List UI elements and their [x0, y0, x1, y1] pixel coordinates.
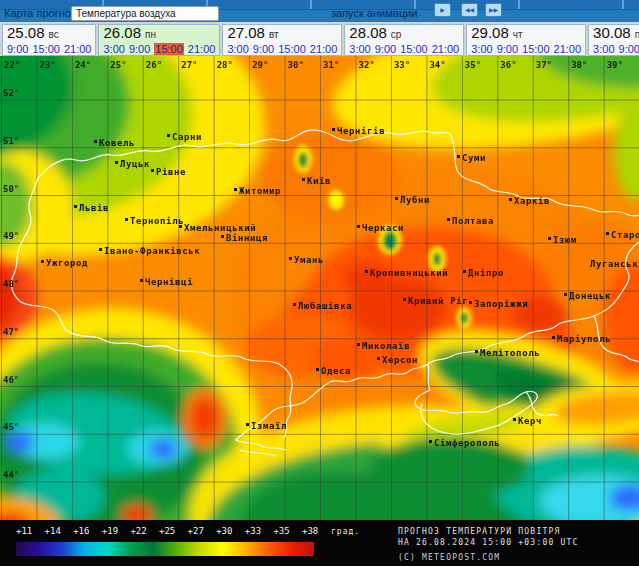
city-label: Кропивницький: [370, 268, 448, 278]
city-label: Кривий Ріг: [408, 296, 468, 306]
time-link-26.08-21:00[interactable]: 21:00: [188, 43, 216, 55]
time-link-27.08-21:00[interactable]: 21:00: [310, 43, 338, 55]
tab-date: 27.08: [227, 24, 265, 41]
time-link-29.08-9:00[interactable]: 9:00: [497, 43, 518, 55]
city-label: Ізмаїл: [251, 421, 287, 431]
time-link-29.08-15:00[interactable]: 15:00: [522, 43, 550, 55]
lon-label: 27°: [181, 60, 197, 70]
city-label: Суми: [462, 153, 486, 163]
legend-bar: +11+14+16+19+22+25+27+30+33+35+38град. П…: [0, 520, 639, 566]
city-label: Луганськ: [590, 259, 638, 269]
city-label: Лубни: [400, 195, 430, 205]
legend-temp-label: +11: [16, 526, 32, 536]
map-type-select[interactable]: Температура воздуха: [71, 6, 219, 21]
lon-label: 36°: [500, 60, 516, 70]
city-label: Черкаси: [362, 223, 404, 233]
time-link-28.08-3:00[interactable]: 3:00: [349, 43, 370, 55]
time-link-25.08-9:00[interactable]: 9:00: [7, 43, 28, 55]
time-link-27.08-9:00[interactable]: 9:00: [253, 43, 274, 55]
lon-label: 29°: [252, 60, 268, 70]
lon-label: 35°: [465, 60, 481, 70]
lon-label: 34°: [429, 60, 445, 70]
city-label: Ізюм: [553, 235, 577, 245]
lon-label: 23°: [39, 60, 55, 70]
date-tabs: 25.08вс9:0015:0021:0026.08пн3:009:0015:0…: [0, 22, 639, 56]
city-label: Миколаїв: [362, 341, 410, 351]
city-label: Керч: [518, 416, 542, 426]
toolbar: Карта прогноза: Температура воздуха запу…: [0, 0, 639, 22]
city-label: Івано-Франківськ: [104, 246, 200, 256]
legend-temp-label: +16: [73, 526, 89, 536]
date-tab-29.08[interactable]: 29.08чт3:009:0015:0021:00: [466, 24, 586, 56]
city-label: Хмельницький: [184, 223, 256, 233]
play-animation-button[interactable]: ▶: [434, 3, 451, 17]
time-link-26.08-3:00[interactable]: 3:00: [103, 43, 124, 55]
city-label: Луцьк: [120, 159, 150, 169]
tab-date: 25.08: [7, 24, 45, 41]
lat-label: 49°: [3, 231, 19, 241]
forecast-map: 22°23°24°25°26°27°28°29°30°31°32°33°34°3…: [0, 56, 639, 520]
tab-day: чт: [513, 29, 523, 40]
legend-temp-label: +27: [188, 526, 204, 536]
lat-label: 44°: [3, 470, 19, 480]
step-forward-button[interactable]: ▶▶: [485, 3, 502, 17]
time-link-29.08-3:00[interactable]: 3:00: [471, 43, 492, 55]
time-link-28.08-21:00[interactable]: 21:00: [432, 43, 460, 55]
temperature-gradient: [16, 542, 314, 556]
forecast-datetime: НА 26.08.2024 15:00 +03:00 UTC: [398, 537, 579, 548]
lat-label: 48°: [3, 279, 19, 289]
city-label: Житомир: [239, 186, 281, 196]
city-label: Сімферополь: [434, 438, 500, 448]
time-link-28.08-15:00[interactable]: 15:00: [400, 43, 428, 55]
lat-label: 50°: [3, 184, 19, 194]
lon-label: 32°: [359, 60, 375, 70]
legend-unit: град.: [331, 527, 360, 536]
date-tab-28.08[interactable]: 28.08ср3:009:0015:0021:00: [344, 24, 464, 56]
city-label: Рівне: [156, 167, 186, 177]
lon-label: 33°: [394, 60, 410, 70]
tab-date: 26.08: [103, 24, 141, 41]
date-tab-30.08[interactable]: 30.08пт3:009:0015:0021:00: [588, 24, 639, 56]
tab-day: пт: [635, 29, 639, 40]
legend-temp-label: +22: [130, 526, 146, 536]
lat-label: 46°: [3, 375, 19, 385]
time-link-26.08-9:00[interactable]: 9:00: [129, 43, 150, 55]
time-link-27.08-3:00[interactable]: 3:00: [227, 43, 248, 55]
time-link-25.08-21:00[interactable]: 21:00: [64, 43, 92, 55]
lat-label: 45°: [3, 422, 19, 432]
city-label: Ужгород: [46, 258, 88, 268]
tab-day: вс: [49, 29, 59, 40]
city-label: Сарни: [172, 132, 202, 142]
meteopost-forecast-app: Карта прогноза: Температура воздуха запу…: [0, 0, 639, 566]
time-link-27.08-15:00[interactable]: 15:00: [278, 43, 306, 55]
lon-label: 22°: [4, 60, 20, 70]
temperature-field: [0, 56, 639, 520]
lon-label: 39°: [607, 60, 623, 70]
tab-date: 29.08: [471, 24, 509, 41]
city-label: Дніпро: [468, 268, 504, 278]
city-label: Умань: [294, 255, 324, 265]
lon-label: 37°: [536, 60, 552, 70]
forecast-title: ПРОГНОЗ ТЕМПЕРАТУРИ ПОВІТРЯ: [398, 526, 579, 537]
lon-label: 26°: [146, 60, 162, 70]
tab-date: 28.08: [349, 24, 387, 41]
city-label: Любашівка: [298, 301, 352, 311]
lat-label: 47°: [3, 327, 19, 337]
time-link-28.08-9:00[interactable]: 9:00: [375, 43, 396, 55]
time-link-25.08-15:00[interactable]: 15:00: [32, 43, 60, 55]
time-link-29.08-21:00[interactable]: 21:00: [554, 43, 582, 55]
time-link-30.08-9:00[interactable]: 9:00: [619, 43, 639, 55]
legend-temp-label: +25: [159, 526, 175, 536]
time-link-26.08-15:00[interactable]: 15:00: [154, 43, 184, 55]
legend-temp-label: +35: [273, 526, 289, 536]
date-tab-26.08[interactable]: 26.08пн3:009:0015:0021:00: [98, 24, 220, 56]
city-label: Запоріжжя: [474, 299, 528, 309]
date-tab-27.08[interactable]: 27.08вт3:009:0015:0021:00: [222, 24, 342, 56]
lon-label: 30°: [288, 60, 304, 70]
city-label: Чернівці: [145, 277, 193, 287]
time-link-30.08-3:00[interactable]: 3:00: [593, 43, 614, 55]
date-tab-25.08[interactable]: 25.08вс9:0015:0021:00: [2, 24, 96, 56]
city-label: Донецьк: [569, 291, 611, 301]
step-back-button[interactable]: ◀◀: [461, 3, 478, 17]
city-label: Старобільськ: [611, 230, 639, 240]
